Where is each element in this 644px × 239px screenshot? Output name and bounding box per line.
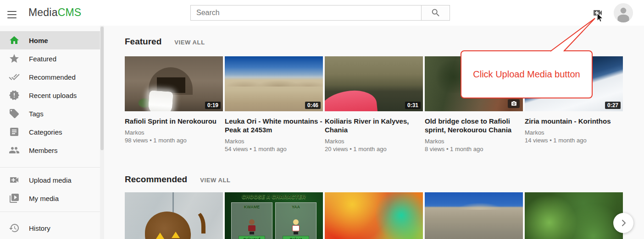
logo-media: Media	[28, 6, 58, 18]
video-meta: 14 views • 1 month ago	[525, 136, 623, 144]
sidebar-divider	[0, 167, 100, 168]
video-title[interactable]: Ziria mountain - Korinthos	[525, 117, 623, 125]
game-character	[292, 219, 300, 235]
sidebar-item-label: Home	[29, 37, 48, 44]
video-thumbnail[interactable]: 0:31	[325, 56, 423, 111]
video-title[interactable]: Leuka Ori - White mountains - Peak at 24…	[225, 117, 323, 134]
video-thumbnail[interactable]	[325, 192, 423, 239]
new-releases-icon	[9, 90, 20, 101]
sidebar-item-recommended[interactable]: Recommended	[0, 68, 100, 86]
video-meta: 98 views • 1 month ago	[125, 136, 223, 144]
members-icon	[9, 145, 20, 156]
search-bar	[190, 5, 450, 21]
video-title[interactable]: Koiliaris River in Kalyves, Chania	[325, 117, 423, 134]
mediacms-app: MediaCMS Home Featured Recommended	[0, 0, 644, 239]
user-avatar[interactable]	[614, 3, 633, 22]
video-thumbnail[interactable]	[425, 192, 523, 239]
search-button[interactable]	[421, 5, 450, 21]
video-card[interactable]	[425, 192, 523, 239]
done-all-icon	[9, 71, 20, 82]
recommended-view-all-link[interactable]: VIEW ALL	[200, 177, 230, 184]
sidebar-item-label: Members	[29, 147, 58, 154]
image-meta: 8 views • 1 month ago	[425, 145, 523, 153]
sidebar-scrollbar-track[interactable]	[100, 26, 104, 239]
video-thumbnail[interactable]: CHOOSE A CHARACTER KWAME YAA Selected Se…	[225, 192, 323, 239]
tooltip-text: Click Upload Media button	[473, 69, 580, 80]
video-meta: 54 views • 1 month ago	[225, 145, 323, 153]
photo-type-badge	[508, 99, 520, 108]
categories-icon	[9, 126, 20, 137]
top-header: MediaCMS	[0, 0, 644, 26]
featured-section-header: Featured VIEW ALL	[125, 37, 205, 47]
sidebar-item-recent-uploads[interactable]: Recent uploads	[0, 86, 100, 104]
duration-badge: 0:27	[605, 102, 621, 109]
logo-cms: CMS	[58, 6, 82, 18]
sidebar-item-label: Upload media	[29, 176, 72, 184]
featured-section-title: Featured	[125, 37, 161, 47]
game-title-text: CHOOSE A CHARACTER	[225, 194, 323, 200]
game-character-panel: YAA	[275, 202, 316, 239]
game-selected-button: Selected	[239, 236, 265, 239]
sidebar: Home Featured Recommended Recent uploads…	[0, 26, 100, 239]
recommended-section-header: Recommended VIEW ALL	[125, 174, 231, 185]
video-title[interactable]: Rafioli Sprint in Nerokourou	[125, 117, 223, 125]
search-icon	[431, 8, 441, 18]
sidebar-item-history[interactable]: History	[0, 219, 100, 237]
video-author[interactable]: Markos	[525, 129, 623, 136]
sidebar-item-label: History	[29, 224, 50, 232]
sidebar-item-my-media[interactable]: My media	[0, 189, 100, 207]
camera-icon	[511, 101, 517, 107]
sidebar-item-label: My media	[29, 195, 59, 202]
featured-view-all-link[interactable]: VIEW ALL	[174, 39, 205, 46]
star-icon	[9, 53, 20, 64]
sidebar-item-tags[interactable]: Tags	[0, 104, 100, 123]
sidebar-item-label: Recommended	[29, 73, 76, 81]
video-card[interactable]	[325, 192, 423, 239]
sidebar-item-upload-media[interactable]: Upload media	[0, 171, 100, 189]
video-card[interactable]: 0:31 Koiliaris River in Kalyves, Chania …	[325, 56, 423, 153]
scroll-next-button[interactable]	[613, 213, 633, 233]
recommended-card-row: CHOOSE A CHARACTER KWAME YAA Selected Se…	[125, 192, 623, 239]
video-thumbnail[interactable]	[525, 192, 623, 239]
sidebar-item-members[interactable]: Members	[0, 141, 100, 159]
video-author[interactable]: Markos	[325, 137, 423, 145]
sidebar-item-label: Tags	[29, 110, 44, 118]
video-call-icon	[591, 7, 604, 18]
image-title[interactable]: Old bridge close to Rafioli sprint, Nero…	[425, 117, 523, 134]
upload-hint-tooltip: Click Upload Media button	[461, 50, 593, 98]
hamburger-menu-icon[interactable]	[7, 9, 17, 17]
pumpkin-illustration	[145, 212, 191, 239]
logo[interactable]: MediaCMS	[28, 6, 81, 19]
video-thumbnail[interactable]: 0:19	[125, 56, 223, 111]
video-meta: 20 views • 1 month ago	[325, 145, 423, 153]
sidebar-item-label: Featured	[29, 55, 56, 63]
search-input[interactable]	[190, 5, 421, 21]
sidebar-divider	[0, 212, 100, 212]
video-thumbnail[interactable]: 0:46	[225, 56, 323, 111]
duration-badge: 0:31	[405, 102, 421, 109]
video-thumbnail[interactable]	[125, 192, 223, 239]
upload-media-button[interactable]	[591, 7, 604, 18]
chevron-right-icon	[618, 217, 629, 228]
home-icon	[9, 35, 20, 46]
duration-badge: 0:46	[305, 102, 321, 109]
video-author[interactable]: Markos	[125, 129, 223, 136]
person-icon	[614, 3, 633, 22]
recommended-section-title: Recommended	[125, 174, 187, 185]
video-card[interactable]	[125, 192, 223, 239]
duration-badge: 0:19	[205, 102, 221, 109]
video-card[interactable]: 0:19 Rafioli Sprint in Nerokourou Markos…	[125, 56, 223, 153]
image-author[interactable]: Markos	[425, 137, 523, 145]
sidebar-item-featured[interactable]: Featured	[0, 49, 100, 68]
game-character	[248, 219, 256, 235]
video-card[interactable]: CHOOSE A CHARACTER KWAME YAA Selected Se…	[225, 192, 323, 239]
game-character-panel: KWAME	[231, 202, 272, 239]
game-select-button: Select	[283, 236, 309, 239]
video-card[interactable]: 0:46 Leuka Ori - White mountains - Peak …	[225, 56, 323, 153]
sidebar-item-home[interactable]: Home	[0, 31, 100, 49]
video-author[interactable]: Markos	[225, 137, 323, 145]
video-library-icon	[9, 193, 20, 204]
video-card[interactable]	[525, 192, 623, 239]
sidebar-scrollbar-thumb[interactable]	[100, 27, 104, 150]
sidebar-item-categories[interactable]: Categories	[0, 123, 100, 141]
